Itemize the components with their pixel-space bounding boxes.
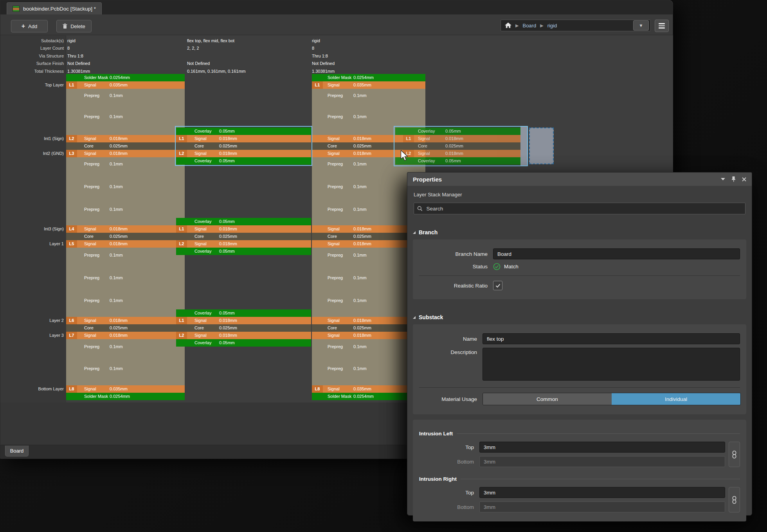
substack-card: Name Description Material Usage Common I… xyxy=(413,324,746,414)
intrusion-right-link-button[interactable] xyxy=(729,487,740,512)
material-thickness: 0.0254mm xyxy=(110,74,130,81)
stackup-row-signal[interactable]: L1Signal0.035mm xyxy=(312,81,425,89)
stackup-row-signal[interactable]: L2Signal0.018mm xyxy=(66,135,185,142)
description-field[interactable] xyxy=(483,348,740,381)
stackup-dielectric-block[interactable]: Prepreg0.1mmPrepreg0.1mm xyxy=(66,89,185,135)
material-thickness: 0.1mm xyxy=(110,274,123,282)
material-thickness: 0.025mm xyxy=(219,233,237,240)
material-common-option[interactable]: Common xyxy=(483,393,612,405)
stackup-dielectric-block[interactable]: Prepreg0.1mmPrepreg0.1mmPrepreg0.1mm xyxy=(66,157,185,225)
properties-titlebar[interactable]: Properties xyxy=(407,173,752,186)
material-name: Prepreg xyxy=(328,365,343,372)
layer-badge: L3 xyxy=(66,150,77,157)
material-name: Signal xyxy=(328,150,340,157)
stackup-row-mask[interactable]: Solder Mask0.0254mm xyxy=(312,74,425,81)
material-name: Signal xyxy=(84,225,96,233)
intrusion-drag-region[interactable] xyxy=(529,128,554,164)
branch-name-field[interactable] xyxy=(493,248,740,259)
material-thickness: 0.0254mm xyxy=(110,393,130,400)
intrusion-right-bottom-field[interactable] xyxy=(479,501,725,512)
stackup-row-label: Int3 (Sign) xyxy=(0,225,64,233)
material-name: Prepreg xyxy=(328,113,343,120)
material-name: Core xyxy=(328,142,337,150)
realistic-ratio-checkbox[interactable] xyxy=(493,281,502,290)
dielectric-entry: Prepreg0.1mm xyxy=(312,92,425,99)
material-thickness: 0.1mm xyxy=(353,206,367,213)
stackup-row-signal[interactable]: L7Signal0.018mm xyxy=(66,332,185,339)
material-name: Signal xyxy=(84,317,96,324)
stackup-row-mask[interactable]: Coverlay0.05mm xyxy=(395,128,520,135)
layer-badge: L1 xyxy=(312,81,323,89)
layer-badge: L2 xyxy=(176,240,187,248)
stackup-row-mask[interactable]: Solder Mask0.0254mm xyxy=(66,393,185,400)
stackup-row-signal[interactable]: L1Signal0.018mm xyxy=(176,317,311,324)
material-thickness: 0.1mm xyxy=(353,113,367,120)
material-name: Coverlay xyxy=(418,157,435,165)
match-check-icon xyxy=(493,263,501,270)
stackup-row-signal[interactable]: L2Signal0.018mm xyxy=(176,240,311,248)
stackup-row-core[interactable]: Core0.025mm xyxy=(66,233,185,240)
stackup-row-core[interactable]: Core0.025mm xyxy=(395,142,520,150)
material-thickness: 0.1mm xyxy=(353,252,367,259)
info-label: Substack(s) xyxy=(0,37,64,45)
substack-name-field[interactable] xyxy=(483,333,740,344)
material-thickness: 0.018mm xyxy=(110,332,128,339)
material-name: Signal xyxy=(84,385,96,393)
stackup-row-core[interactable]: Core0.025mm xyxy=(66,324,185,332)
section-substack[interactable]: Substack xyxy=(413,314,746,320)
stackup-row-signal[interactable]: L2Signal0.018mm xyxy=(176,332,311,339)
material-name: Signal xyxy=(328,385,340,393)
dragged-substack-fragment[interactable]: Coverlay0.05mmL1Signal0.018mmCore0.025mm… xyxy=(394,126,528,166)
stackup-row-signal[interactable]: L1Signal0.018mm xyxy=(176,225,311,233)
stackup-row-signal[interactable]: L1Signal0.018mm xyxy=(395,135,520,142)
stackup-row-mask[interactable]: Coverlay0.05mm xyxy=(395,157,520,165)
layer-badge: L1 xyxy=(176,317,187,324)
material-name: Coverlay xyxy=(194,248,211,255)
stackup-row-mask[interactable]: Solder Mask0.0254mm xyxy=(66,74,185,81)
info-label: Via Structure xyxy=(0,52,64,60)
material-individual-option[interactable]: Individual xyxy=(612,393,740,405)
pin-icon[interactable] xyxy=(731,176,736,182)
intrusion-left-link-button[interactable] xyxy=(729,442,740,467)
material-name: Signal xyxy=(84,81,96,89)
material-name: Core xyxy=(194,324,204,332)
stackup-row-signal[interactable]: L5Signal0.018mm xyxy=(66,240,185,248)
material-name: Prepreg xyxy=(328,297,343,304)
stackup-row-mask[interactable]: Coverlay0.05mm xyxy=(176,339,311,347)
chevron-down-icon[interactable] xyxy=(721,178,725,181)
material-thickness: 0.018mm xyxy=(110,225,128,233)
stackup-row-signal[interactable]: L8Signal0.035mm xyxy=(66,385,185,393)
info-value: Not Defined xyxy=(67,60,90,67)
stackup-row-signal[interactable]: L4Signal0.018mm xyxy=(66,225,185,233)
stackup-row-signal[interactable]: L3Signal0.018mm xyxy=(66,150,185,157)
close-icon[interactable] xyxy=(742,177,746,182)
stackup-row-signal[interactable]: L6Signal0.018mm xyxy=(66,317,185,324)
material-name: Prepreg xyxy=(328,274,343,282)
info-value: flex top, flex mid, flex bot xyxy=(187,37,234,45)
realistic-ratio-label: Realistic Ratio xyxy=(419,283,493,289)
stackup-row-signal[interactable]: L1Signal0.035mm xyxy=(66,81,185,89)
material-thickness: 0.035mm xyxy=(110,81,128,89)
material-name: Signal xyxy=(328,317,340,324)
intrusion-left-bottom-field[interactable] xyxy=(479,456,725,467)
description-label: Description xyxy=(419,348,483,355)
stackup-row-core[interactable]: Core0.025mm xyxy=(176,233,311,240)
search-input[interactable] xyxy=(426,205,742,212)
section-branch[interactable]: Branch xyxy=(413,229,746,235)
stackup-row-mask[interactable]: Coverlay0.05mm xyxy=(176,218,311,225)
stackup-dielectric-block[interactable]: Prepreg0.1mmPrepreg0.1mmPrepreg0.1mm xyxy=(66,248,185,317)
stackup-row-core[interactable]: Core0.025mm xyxy=(66,142,185,150)
material-thickness: 0.05mm xyxy=(219,339,235,347)
stackup-row-signal[interactable]: L2Signal0.018mm xyxy=(395,150,520,157)
material-name: Signal xyxy=(84,150,96,157)
stackup-row-mask[interactable]: Coverlay0.05mm xyxy=(176,248,311,255)
material-thickness: 0.018mm xyxy=(219,225,237,233)
intrusion-right-top-field[interactable] xyxy=(479,487,725,498)
dielectric-entry: Prepreg0.1mm xyxy=(66,343,185,350)
stackup-row-core[interactable]: Core0.025mm xyxy=(176,324,311,332)
stackup-dielectric-block[interactable]: Prepreg0.1mmPrepreg0.1mm xyxy=(66,339,185,385)
material-name: Signal xyxy=(328,240,340,248)
stackup-row-mask[interactable]: Coverlay0.05mm xyxy=(176,309,311,317)
intrusion-left-top-field[interactable] xyxy=(479,442,725,453)
info-value: 0.161mm, 0.161mm, 0.161mm xyxy=(187,68,246,75)
